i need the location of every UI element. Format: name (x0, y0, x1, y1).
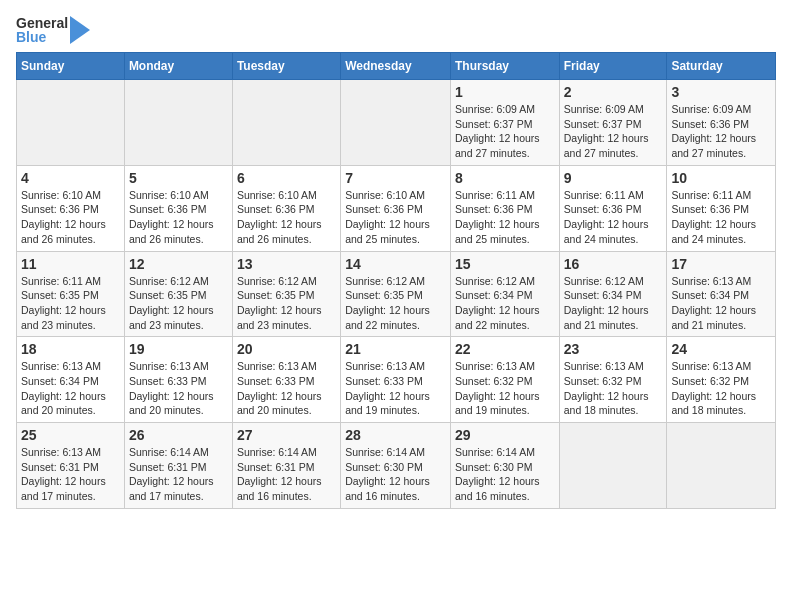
calendar-cell: 22Sunrise: 6:13 AM Sunset: 6:32 PM Dayli… (450, 337, 559, 423)
day-number: 24 (671, 341, 771, 357)
calendar-cell: 3Sunrise: 6:09 AM Sunset: 6:36 PM Daylig… (667, 80, 776, 166)
day-info: Sunrise: 6:11 AM Sunset: 6:35 PM Dayligh… (21, 274, 120, 333)
week-row-3: 11Sunrise: 6:11 AM Sunset: 6:35 PM Dayli… (17, 251, 776, 337)
day-info: Sunrise: 6:13 AM Sunset: 6:32 PM Dayligh… (564, 359, 663, 418)
calendar-cell (559, 423, 667, 509)
day-info: Sunrise: 6:11 AM Sunset: 6:36 PM Dayligh… (564, 188, 663, 247)
logo-text: General Blue (16, 16, 68, 44)
calendar-cell: 21Sunrise: 6:13 AM Sunset: 6:33 PM Dayli… (341, 337, 451, 423)
day-info: Sunrise: 6:12 AM Sunset: 6:35 PM Dayligh… (237, 274, 336, 333)
calendar-cell: 2Sunrise: 6:09 AM Sunset: 6:37 PM Daylig… (559, 80, 667, 166)
day-info: Sunrise: 6:10 AM Sunset: 6:36 PM Dayligh… (237, 188, 336, 247)
day-header-thursday: Thursday (450, 53, 559, 80)
day-number: 7 (345, 170, 446, 186)
calendar-cell (232, 80, 340, 166)
day-number: 29 (455, 427, 555, 443)
day-number: 14 (345, 256, 446, 272)
day-header-friday: Friday (559, 53, 667, 80)
day-number: 5 (129, 170, 228, 186)
day-info: Sunrise: 6:12 AM Sunset: 6:35 PM Dayligh… (345, 274, 446, 333)
calendar-cell: 29Sunrise: 6:14 AM Sunset: 6:30 PM Dayli… (450, 423, 559, 509)
day-number: 23 (564, 341, 663, 357)
week-row-4: 18Sunrise: 6:13 AM Sunset: 6:34 PM Dayli… (17, 337, 776, 423)
calendar-cell: 13Sunrise: 6:12 AM Sunset: 6:35 PM Dayli… (232, 251, 340, 337)
day-number: 8 (455, 170, 555, 186)
calendar-cell: 5Sunrise: 6:10 AM Sunset: 6:36 PM Daylig… (124, 165, 232, 251)
day-info: Sunrise: 6:13 AM Sunset: 6:33 PM Dayligh… (345, 359, 446, 418)
week-row-5: 25Sunrise: 6:13 AM Sunset: 6:31 PM Dayli… (17, 423, 776, 509)
calendar-cell (341, 80, 451, 166)
calendar-cell: 12Sunrise: 6:12 AM Sunset: 6:35 PM Dayli… (124, 251, 232, 337)
calendar-cell: 8Sunrise: 6:11 AM Sunset: 6:36 PM Daylig… (450, 165, 559, 251)
day-number: 4 (21, 170, 120, 186)
day-number: 17 (671, 256, 771, 272)
day-number: 22 (455, 341, 555, 357)
week-row-2: 4Sunrise: 6:10 AM Sunset: 6:36 PM Daylig… (17, 165, 776, 251)
calendar-cell: 17Sunrise: 6:13 AM Sunset: 6:34 PM Dayli… (667, 251, 776, 337)
svg-marker-0 (70, 16, 90, 44)
day-number: 6 (237, 170, 336, 186)
calendar-cell: 18Sunrise: 6:13 AM Sunset: 6:34 PM Dayli… (17, 337, 125, 423)
calendar-cell: 27Sunrise: 6:14 AM Sunset: 6:31 PM Dayli… (232, 423, 340, 509)
day-number: 12 (129, 256, 228, 272)
day-number: 25 (21, 427, 120, 443)
day-number: 9 (564, 170, 663, 186)
day-number: 20 (237, 341, 336, 357)
logo: General Blue (16, 16, 90, 44)
calendar-cell: 15Sunrise: 6:12 AM Sunset: 6:34 PM Dayli… (450, 251, 559, 337)
day-number: 1 (455, 84, 555, 100)
day-info: Sunrise: 6:10 AM Sunset: 6:36 PM Dayligh… (129, 188, 228, 247)
day-number: 10 (671, 170, 771, 186)
day-number: 13 (237, 256, 336, 272)
calendar-cell: 28Sunrise: 6:14 AM Sunset: 6:30 PM Dayli… (341, 423, 451, 509)
day-info: Sunrise: 6:14 AM Sunset: 6:31 PM Dayligh… (129, 445, 228, 504)
day-number: 2 (564, 84, 663, 100)
day-info: Sunrise: 6:13 AM Sunset: 6:32 PM Dayligh… (671, 359, 771, 418)
calendar-body: 1Sunrise: 6:09 AM Sunset: 6:37 PM Daylig… (17, 80, 776, 509)
calendar-cell: 26Sunrise: 6:14 AM Sunset: 6:31 PM Dayli… (124, 423, 232, 509)
logo-container: General Blue (16, 16, 90, 44)
week-row-1: 1Sunrise: 6:09 AM Sunset: 6:37 PM Daylig… (17, 80, 776, 166)
day-number: 19 (129, 341, 228, 357)
calendar-header-row: SundayMondayTuesdayWednesdayThursdayFrid… (17, 53, 776, 80)
calendar-cell (667, 423, 776, 509)
calendar-cell: 4Sunrise: 6:10 AM Sunset: 6:36 PM Daylig… (17, 165, 125, 251)
day-number: 21 (345, 341, 446, 357)
day-info: Sunrise: 6:09 AM Sunset: 6:37 PM Dayligh… (455, 102, 555, 161)
day-info: Sunrise: 6:14 AM Sunset: 6:30 PM Dayligh… (345, 445, 446, 504)
day-header-monday: Monday (124, 53, 232, 80)
day-info: Sunrise: 6:13 AM Sunset: 6:32 PM Dayligh… (455, 359, 555, 418)
day-info: Sunrise: 6:13 AM Sunset: 6:34 PM Dayligh… (671, 274, 771, 333)
day-header-tuesday: Tuesday (232, 53, 340, 80)
calendar-cell: 9Sunrise: 6:11 AM Sunset: 6:36 PM Daylig… (559, 165, 667, 251)
day-info: Sunrise: 6:09 AM Sunset: 6:36 PM Dayligh… (671, 102, 771, 161)
calendar-cell: 20Sunrise: 6:13 AM Sunset: 6:33 PM Dayli… (232, 337, 340, 423)
page-header: General Blue (16, 16, 776, 44)
day-info: Sunrise: 6:10 AM Sunset: 6:36 PM Dayligh… (345, 188, 446, 247)
calendar-cell: 24Sunrise: 6:13 AM Sunset: 6:32 PM Dayli… (667, 337, 776, 423)
day-number: 18 (21, 341, 120, 357)
day-number: 11 (21, 256, 120, 272)
calendar-table: SundayMondayTuesdayWednesdayThursdayFrid… (16, 52, 776, 509)
day-info: Sunrise: 6:11 AM Sunset: 6:36 PM Dayligh… (455, 188, 555, 247)
day-number: 26 (129, 427, 228, 443)
day-info: Sunrise: 6:13 AM Sunset: 6:34 PM Dayligh… (21, 359, 120, 418)
calendar-cell: 10Sunrise: 6:11 AM Sunset: 6:36 PM Dayli… (667, 165, 776, 251)
calendar-cell (17, 80, 125, 166)
logo-arrow-icon (70, 16, 90, 44)
day-info: Sunrise: 6:13 AM Sunset: 6:33 PM Dayligh… (237, 359, 336, 418)
logo-general: General (16, 16, 68, 30)
calendar-cell: 16Sunrise: 6:12 AM Sunset: 6:34 PM Dayli… (559, 251, 667, 337)
day-header-wednesday: Wednesday (341, 53, 451, 80)
calendar-cell: 25Sunrise: 6:13 AM Sunset: 6:31 PM Dayli… (17, 423, 125, 509)
day-number: 27 (237, 427, 336, 443)
calendar-cell: 11Sunrise: 6:11 AM Sunset: 6:35 PM Dayli… (17, 251, 125, 337)
day-info: Sunrise: 6:13 AM Sunset: 6:31 PM Dayligh… (21, 445, 120, 504)
day-info: Sunrise: 6:10 AM Sunset: 6:36 PM Dayligh… (21, 188, 120, 247)
calendar-cell (124, 80, 232, 166)
day-info: Sunrise: 6:09 AM Sunset: 6:37 PM Dayligh… (564, 102, 663, 161)
day-info: Sunrise: 6:12 AM Sunset: 6:34 PM Dayligh… (564, 274, 663, 333)
day-header-sunday: Sunday (17, 53, 125, 80)
day-info: Sunrise: 6:11 AM Sunset: 6:36 PM Dayligh… (671, 188, 771, 247)
day-number: 28 (345, 427, 446, 443)
